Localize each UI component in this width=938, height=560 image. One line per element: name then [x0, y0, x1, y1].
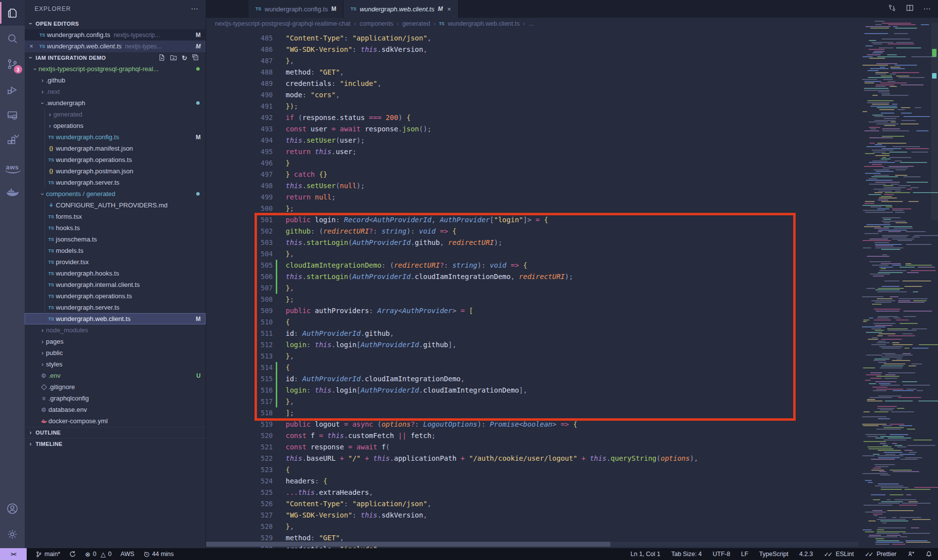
tree-item-styles[interactable]: ›styles: [25, 359, 206, 370]
line-number[interactable]: 494: [206, 135, 273, 146]
line-number[interactable]: 527: [206, 510, 273, 521]
breadcrumb-item[interactable]: generated: [402, 20, 430, 27]
new-file-icon[interactable]: [159, 54, 165, 62]
code-line-506[interactable]: 506this.startLogin(AuthProviderId.cloudI…: [206, 271, 858, 282]
code-line-528[interactable]: 528},: [206, 521, 858, 532]
section-project[interactable]: ›IAM INTEGRATION DEMO ↻: [25, 52, 206, 63]
code-line-521[interactable]: 521const response = await f(: [206, 441, 858, 453]
tree-item-.next[interactable]: ›.next: [25, 86, 206, 97]
line-number[interactable]: 508: [206, 294, 273, 305]
line-number[interactable]: 524: [206, 476, 273, 487]
code-line-503[interactable]: 503this.startLogin(AuthProviderId.github…: [206, 237, 858, 248]
tree-item-.gitignore[interactable]: .gitignore: [25, 381, 206, 393]
breadcrumb-item[interactable]: components: [360, 20, 393, 27]
code-line-518[interactable]: 518];: [206, 407, 858, 419]
encoding[interactable]: UTF-8: [713, 551, 730, 558]
line-number[interactable]: 505: [206, 260, 273, 271]
line-number[interactable]: 487: [206, 55, 273, 67]
line-number[interactable]: 490: [206, 89, 273, 101]
tree-item-wundergraph.postman.json[interactable]: {}wundergraph.postman.json: [25, 165, 206, 177]
line-number[interactable]: 516: [206, 385, 273, 396]
code-line-491[interactable]: 491});: [206, 101, 858, 112]
account-icon[interactable]: [0, 496, 25, 521]
line-number[interactable]: 486: [206, 44, 273, 55]
code-line-510[interactable]: 510{: [206, 317, 858, 328]
tree-item-public[interactable]: ›public: [25, 347, 206, 359]
new-folder-icon[interactable]: [170, 54, 177, 62]
tree-item-models.ts[interactable]: TSmodels.ts: [25, 245, 206, 256]
line-number[interactable]: 510: [206, 317, 273, 328]
open-changes-icon[interactable]: [888, 3, 896, 14]
code-line-517[interactable]: 517},: [206, 396, 858, 407]
code-line-508[interactable]: 508};: [206, 294, 858, 305]
code-line-486[interactable]: 486"WG-SDK-Version": this.sdkVersion,: [206, 44, 858, 55]
aws-status-item[interactable]: AWS: [121, 551, 134, 558]
code-line-514[interactable]: 514{: [206, 362, 858, 373]
tree-item-CONFIGURE_AUTH_PROVIDERS.md[interactable]: CONFIGURE_AUTH_PROVIDERS.md: [25, 200, 206, 211]
remote-indicator[interactable]: ><: [0, 548, 27, 560]
docker-icon[interactable]: [0, 180, 25, 205]
search-icon[interactable]: [0, 26, 25, 51]
code-line-527[interactable]: 527"WG-SDK-Version": this.sdkVersion,: [206, 510, 858, 521]
line-number[interactable]: 515: [206, 373, 273, 385]
code-line-500[interactable]: 500};: [206, 203, 858, 214]
tree-item-wundergraph.internal.client.ts[interactable]: TSwundergraph.internal.client.ts: [25, 279, 206, 290]
refresh-icon[interactable]: ↻: [182, 54, 187, 62]
line-number[interactable]: 504: [206, 248, 273, 260]
ts-version[interactable]: 4.2.3: [799, 551, 813, 558]
code-line-523[interactable]: 523{: [206, 464, 858, 476]
line-number[interactable]: 488: [206, 67, 273, 78]
line-number[interactable]: 501: [206, 214, 273, 226]
tree-item-wundergraph.operations.ts[interactable]: TSwundergraph.operations.ts: [25, 154, 206, 165]
line-number[interactable]: 521: [206, 441, 273, 453]
line-number[interactable]: 509: [206, 305, 273, 317]
code-line-519[interactable]: 519public logout = async (options?: Logo…: [206, 419, 858, 430]
tree-item-operations[interactable]: ›operations: [25, 120, 206, 131]
line-number[interactable]: 512: [206, 339, 273, 351]
code-line-524[interactable]: 524headers: {: [206, 476, 858, 487]
breadcrumb-item[interactable]: nextjs-typescript-postgresql-graphql-rea…: [215, 20, 350, 27]
line-number[interactable]: 496: [206, 158, 273, 169]
open-editor-wundergraph.config.ts[interactable]: TSwundergraph.config.tsnextjs-typescrip.…: [25, 29, 206, 40]
tree-item-pages[interactable]: ›pages: [25, 336, 206, 347]
tree-item-wundergraph.hooks.ts[interactable]: TSwundergraph.hooks.ts: [25, 268, 206, 279]
code-line-513[interactable]: 513},: [206, 351, 858, 362]
line-number[interactable]: 511: [206, 328, 273, 339]
line-number[interactable]: 498: [206, 180, 273, 192]
line-number[interactable]: 500: [206, 203, 273, 214]
tree-item-wundergraph.web.client.ts[interactable]: TSwundergraph.web.client.tsM: [25, 313, 206, 324]
tree-item-.github[interactable]: ›.github: [25, 75, 206, 86]
eol[interactable]: LF: [741, 551, 748, 558]
tree-item-node_modules[interactable]: ›node_modules: [25, 324, 206, 336]
code-line-522[interactable]: 522this.baseURL + "/" + this.application…: [206, 453, 858, 464]
code-line-485[interactable]: 485"Content-Type": "application/json",: [206, 33, 858, 44]
tree-item-.wundergraph[interactable]: ›.wundergraph: [25, 97, 206, 109]
line-number[interactable]: 514: [206, 362, 273, 373]
tree-item-.env[interactable]: ⚙.envU: [25, 370, 206, 381]
line-number[interactable]: 519: [206, 419, 273, 430]
line-number[interactable]: 520: [206, 430, 273, 441]
code-line-499[interactable]: 499return null;: [206, 192, 858, 203]
line-number[interactable]: 518: [206, 407, 273, 419]
code-line-525[interactable]: 525...this.extraHeaders,: [206, 487, 858, 498]
tree-item-wundergraph.operations.ts[interactable]: TSwundergraph.operations.ts: [25, 290, 206, 302]
line-number[interactable]: 525: [206, 487, 273, 498]
code-line-515[interactable]: 515id: AuthProviderId.cloudIamIntegratio…: [206, 373, 858, 385]
line-number[interactable]: 513: [206, 351, 273, 362]
code-line-505[interactable]: 505cloudIamIntegrationDemo: (redirectURI…: [206, 260, 858, 271]
code-line-487[interactable]: 487},: [206, 55, 858, 67]
section-timeline[interactable]: ›TIMELINE: [25, 438, 206, 449]
language-mode[interactable]: TypeScript: [759, 551, 788, 558]
tree-item-generated[interactable]: ›generated: [25, 109, 206, 120]
tree-item-database.env[interactable]: ⚙database.env: [25, 404, 206, 415]
section-open-editors[interactable]: ›OPEN EDITORS: [25, 18, 206, 29]
line-number[interactable]: 491: [206, 101, 273, 112]
tree-item-docker-compose.yml[interactable]: docker-compose.yml: [25, 415, 206, 427]
line-number[interactable]: 499: [206, 192, 273, 203]
close-icon[interactable]: ×: [447, 5, 451, 13]
code-line-495[interactable]: 495return this.user;: [206, 146, 858, 158]
line-number[interactable]: 485: [206, 33, 273, 44]
tree-item-jsonschema.ts[interactable]: TSjsonschema.ts: [25, 234, 206, 245]
line-number[interactable]: 528: [206, 521, 273, 532]
breadcrumb-item[interactable]: wundergraph.web.client.ts: [448, 20, 519, 27]
